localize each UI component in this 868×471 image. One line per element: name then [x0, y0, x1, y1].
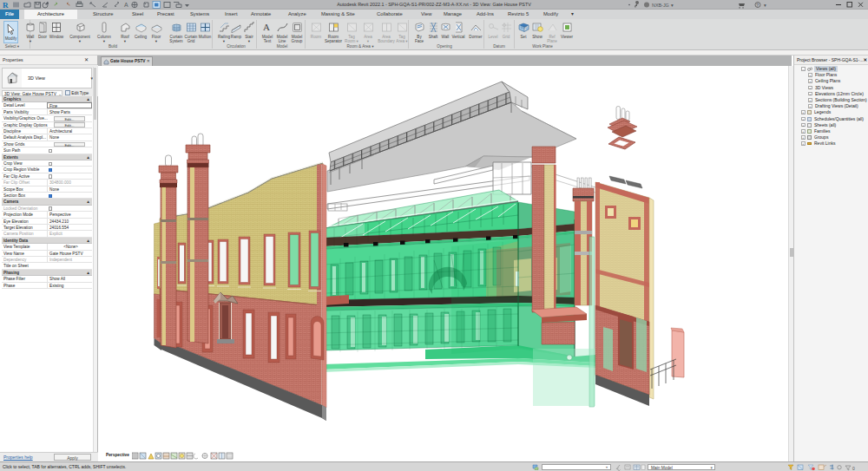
- svg-text:A: A: [124, 2, 128, 8]
- svg-text:0: 0: [852, 466, 855, 471]
- svg-text:▾: ▾: [764, 3, 766, 8]
- svg-text:?: ?: [756, 3, 759, 8]
- svg-text:▾: ▾: [671, 3, 674, 8]
- svg-text:A: A: [263, 22, 270, 32]
- svg-text:R: R: [3, 1, 9, 10]
- svg-text:NXB-JG: NXB-JG: [652, 3, 669, 8]
